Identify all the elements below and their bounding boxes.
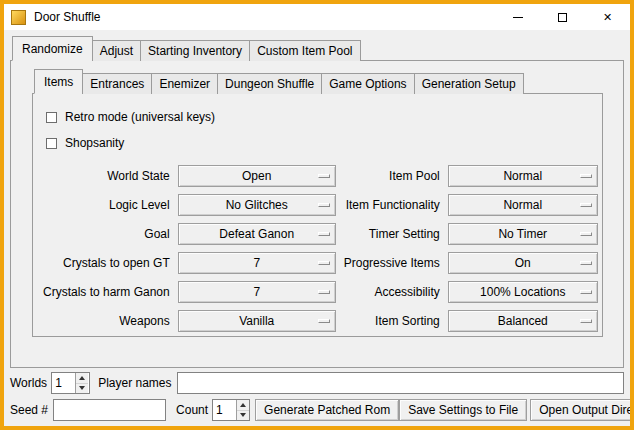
minimize-button[interactable] [495, 4, 540, 30]
worlds-label: Worlds [10, 376, 47, 390]
window-body: Randomize Adjust Starting Inventory Cust… [4, 30, 630, 426]
save-settings-button[interactable]: Save Settings to File [399, 399, 527, 421]
item-pool-value: Normal [503, 169, 542, 183]
seed-label: Seed # [10, 403, 48, 417]
tab-adjust[interactable]: Adjust [92, 40, 141, 61]
window: Door Shuffle ✕ Randomize Adjust Starting… [0, 0, 634, 430]
retro-mode-row: Retro mode (universal keys) [46, 108, 592, 126]
titlebar: Door Shuffle ✕ [4, 4, 630, 30]
logic-level-label: Logic Level [43, 198, 170, 212]
items-panel: Retro mode (universal keys) Shopsanity W… [32, 93, 603, 337]
world-state-label: World State [43, 169, 170, 183]
minimize-icon [513, 17, 523, 18]
crystals-harm-ganon-dropdown[interactable]: 7 [178, 281, 336, 303]
weapons-dropdown[interactable]: Vanilla [178, 310, 336, 332]
goal-label: Goal [43, 227, 170, 241]
item-sorting-label: Item Sorting [344, 314, 440, 328]
item-functionality-dropdown[interactable]: Normal [448, 194, 598, 216]
crystals-open-gt-label: Crystals to open GT [43, 256, 170, 270]
item-pool-label: Item Pool [344, 169, 440, 183]
shopsanity-checkbox[interactable] [46, 138, 57, 149]
window-title: Door Shuffle [34, 10, 101, 24]
crystals-harm-ganon-value: 7 [253, 285, 260, 299]
inner-tab-bar: Items Entrances Enemizer Dungeon Shuffle… [32, 69, 603, 94]
tab-entrances[interactable]: Entrances [82, 73, 152, 94]
worlds-spinbox-input[interactable] [52, 373, 75, 393]
worlds-spinbox-arrows [75, 373, 88, 393]
randomize-panel: Items Entrances Enemizer Dungeon Shuffle… [10, 60, 624, 368]
dropdown-indicator-icon [318, 261, 330, 265]
worlds-spinbox-down-button[interactable] [76, 384, 88, 394]
app-icon [11, 10, 26, 25]
arrow-down-icon [240, 413, 246, 417]
dropdown-indicator-icon [580, 319, 592, 323]
goal-value: Defeat Ganon [219, 227, 294, 241]
dropdown-indicator-icon [580, 290, 592, 294]
crystals-open-gt-dropdown[interactable]: 7 [178, 252, 336, 274]
shopsanity-row: Shopsanity [46, 134, 592, 152]
logic-level-value: No Glitches [226, 198, 288, 212]
world-state-dropdown[interactable]: Open [178, 165, 336, 187]
close-icon: ✕ [603, 12, 612, 23]
maximize-icon [558, 13, 567, 22]
retro-mode-label: Retro mode (universal keys) [65, 110, 215, 124]
timer-setting-dropdown[interactable]: No Timer [448, 223, 598, 245]
item-functionality-value: Normal [503, 198, 542, 212]
dropdown-indicator-icon [580, 261, 592, 265]
weapons-value: Vanilla [239, 314, 274, 328]
item-pool-dropdown[interactable]: Normal [448, 165, 598, 187]
progressive-items-dropdown[interactable]: On [448, 252, 598, 274]
tab-dungeon-shuffle[interactable]: Dungeon Shuffle [217, 73, 322, 94]
dropdown-indicator-icon [580, 203, 592, 207]
arrow-down-icon [79, 386, 85, 390]
accessibility-dropdown[interactable]: 100% Locations [448, 281, 598, 303]
arrow-up-icon [79, 376, 85, 380]
worlds-spinbox-up-button[interactable] [76, 373, 88, 384]
timer-setting-value: No Timer [498, 227, 547, 241]
dropdown-indicator-icon [318, 319, 330, 323]
count-spinbox-up-button[interactable] [237, 400, 249, 411]
tab-randomize[interactable]: Randomize [12, 36, 93, 61]
seed-row: Seed # Count Generate Patched Rom Save S… [10, 399, 624, 421]
timer-setting-label: Timer Setting [344, 227, 440, 241]
shopsanity-label: Shopsanity [65, 136, 124, 150]
tab-game-options[interactable]: Game Options [321, 73, 414, 94]
weapons-label: Weapons [43, 314, 170, 328]
seed-input[interactable] [53, 399, 166, 421]
count-spinbox-input[interactable] [213, 400, 236, 420]
player-names-label: Player names [98, 376, 171, 390]
count-spinbox[interactable] [212, 399, 250, 421]
tab-starting-inventory[interactable]: Starting Inventory [140, 40, 250, 61]
tab-items[interactable]: Items [34, 69, 83, 94]
bottom-controls: Worlds Player names Seed # Count [10, 372, 624, 421]
dropdown-indicator-icon [580, 174, 592, 178]
count-spinbox-arrows [236, 400, 249, 420]
dropdown-indicator-icon [318, 290, 330, 294]
tab-enemizer[interactable]: Enemizer [151, 73, 218, 94]
tab-custom-item-pool[interactable]: Custom Item Pool [249, 40, 360, 61]
maximize-button[interactable] [540, 4, 585, 30]
worlds-row: Worlds Player names [10, 372, 624, 394]
count-spinbox-down-button[interactable] [237, 411, 249, 421]
item-functionality-label: Item Functionality [344, 198, 440, 212]
crystals-open-gt-value: 7 [253, 256, 260, 270]
item-sorting-dropdown[interactable]: Balanced [448, 310, 598, 332]
dropdown-indicator-icon [318, 174, 330, 178]
count-label: Count [176, 403, 208, 417]
top-tab-bar: Randomize Adjust Starting Inventory Cust… [10, 36, 624, 61]
accessibility-label: Accessibility [344, 285, 440, 299]
progressive-items-label: Progressive Items [344, 256, 440, 270]
dropdown-indicator-icon [580, 232, 592, 236]
item-sorting-value: Balanced [498, 314, 548, 328]
retro-mode-checkbox[interactable] [46, 112, 57, 123]
options-form: World State Open Item Pool Normal Logic … [43, 165, 592, 332]
worlds-spinbox[interactable] [51, 372, 90, 394]
player-names-input[interactable] [177, 372, 625, 394]
open-output-directory-button[interactable]: Open Output Directory [530, 399, 634, 421]
close-button[interactable]: ✕ [585, 4, 630, 30]
dropdown-indicator-icon [318, 203, 330, 207]
goal-dropdown[interactable]: Defeat Ganon [178, 223, 336, 245]
tab-generation-setup[interactable]: Generation Setup [414, 73, 524, 94]
logic-level-dropdown[interactable]: No Glitches [178, 194, 336, 216]
generate-patched-rom-button[interactable]: Generate Patched Rom [255, 399, 399, 421]
